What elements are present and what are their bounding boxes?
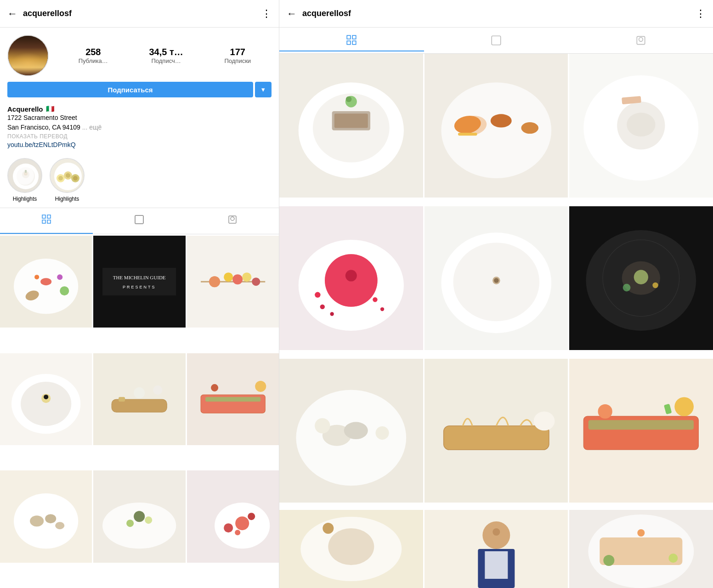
svg-point-52 <box>242 272 251 282</box>
right-grid-cell-3[interactable] <box>569 54 713 198</box>
follow-button[interactable]: Подписаться <box>7 82 253 97</box>
svg-point-106 <box>490 114 511 127</box>
bio-section: Acquerello 🇮🇹 1722 Sacramento Street San… <box>0 101 279 153</box>
grid-cell-4[interactable] <box>0 353 92 445</box>
grid-cell-2[interactable]: THE MICHELIN GUIDE PRESENTS <box>93 236 185 328</box>
right-grid-cell-7[interactable] <box>279 359 423 503</box>
right-back-button[interactable]: ← <box>287 8 297 20</box>
svg-point-139 <box>344 422 368 440</box>
svg-point-38 <box>60 286 69 295</box>
svg-rect-92 <box>492 36 501 45</box>
left-photo-grid: THE MICHELIN GUIDE PRESENTS <box>0 234 279 588</box>
right-partial-cell-3[interactable] <box>569 510 713 588</box>
right-tab-bar <box>279 28 713 54</box>
svg-point-101 <box>346 96 352 102</box>
reels-svg <box>134 214 145 225</box>
svg-point-167 <box>638 529 645 537</box>
followers-stat[interactable]: 34,5 т… Подписч… <box>149 47 183 64</box>
highlight-item-1[interactable]: Highlights <box>7 158 42 202</box>
follow-row: Подписаться ▾ <box>7 82 272 97</box>
following-stat[interactable]: 177 Подписки <box>224 47 251 64</box>
svg-point-53 <box>252 277 260 286</box>
grid-cell-7[interactable] <box>0 470 92 562</box>
svg-point-49 <box>209 276 220 287</box>
right-grid-cell-5[interactable] <box>424 206 568 350</box>
svg-rect-7 <box>38 45 41 58</box>
svg-point-75 <box>45 514 56 523</box>
svg-rect-28 <box>42 220 45 223</box>
right-grid-icon <box>345 34 357 46</box>
svg-point-79 <box>134 511 145 522</box>
tab-reels[interactable] <box>93 208 186 234</box>
bio-link[interactable]: youtu.be/tzENLtDPmkQ <box>7 141 76 148</box>
grid-cell-8[interactable] <box>93 470 185 562</box>
grid-cell-3[interactable] <box>187 236 279 328</box>
posts-stat[interactable]: 258 Публика… <box>79 47 108 64</box>
grid-cell-9[interactable] <box>187 470 279 562</box>
bio-more-link[interactable]: ... ещё <box>82 124 102 131</box>
grid-cell-6[interactable] <box>187 353 279 445</box>
bio-translate-button[interactable]: ПОКАЗАТЬ ПЕРЕВОД <box>7 133 272 140</box>
tab-tagged[interactable] <box>186 208 279 234</box>
grid-cell-1[interactable] <box>0 236 92 328</box>
more-options-button[interactable]: ⋮ <box>261 8 272 20</box>
tagged-svg <box>227 214 238 225</box>
right-grid-cell-6[interactable] <box>569 206 713 350</box>
highlight-circle-2 <box>50 158 85 193</box>
posts-count: 258 <box>85 47 101 57</box>
right-partial-food-1 <box>279 510 423 588</box>
bio-flag: 🇮🇹 <box>46 105 55 113</box>
grid-icon <box>41 214 52 227</box>
right-panel: ← acquerellosf ⋮ <box>279 0 713 588</box>
svg-point-63 <box>134 387 145 398</box>
right-grid-cell-1[interactable] <box>279 54 423 198</box>
avatar[interactable] <box>7 35 49 76</box>
highlight-label-2: Highlights <box>55 196 79 202</box>
svg-rect-11 <box>23 51 34 57</box>
right-grid-cell-9[interactable] <box>569 359 713 503</box>
follow-dropdown-button[interactable]: ▾ <box>255 82 272 97</box>
right-tab-tagged[interactable] <box>568 29 713 51</box>
right-grid-cell-8[interactable] <box>424 359 568 503</box>
back-button[interactable]: ← <box>7 8 17 20</box>
food-art-6 <box>187 353 279 445</box>
tab-grid[interactable] <box>0 208 93 234</box>
reels-icon <box>134 214 145 228</box>
svg-point-23 <box>58 176 63 181</box>
svg-rect-29 <box>47 220 51 223</box>
avatar-illustration <box>8 35 48 76</box>
svg-point-8 <box>12 41 21 48</box>
bio-address-line1: 1722 Sacramento Street <box>7 113 272 123</box>
svg-point-80 <box>126 520 134 527</box>
svg-point-25 <box>73 176 78 181</box>
svg-point-128 <box>494 278 498 283</box>
svg-point-81 <box>145 516 153 524</box>
right-grid-cell-2[interactable] <box>424 54 568 198</box>
svg-point-118 <box>345 270 357 282</box>
svg-point-50 <box>224 272 233 282</box>
svg-rect-108 <box>458 133 477 136</box>
svg-rect-0 <box>8 36 48 75</box>
highlight-item-2[interactable]: Highlights <box>50 158 85 202</box>
svg-rect-99 <box>334 113 368 128</box>
right-more-options-button[interactable]: ⋮ <box>696 8 706 20</box>
right-grid-cell-4[interactable] <box>279 206 423 350</box>
svg-point-35 <box>14 259 78 314</box>
following-label: Подписки <box>224 57 251 64</box>
right-tab-grid[interactable] <box>279 29 424 51</box>
tagged-icon <box>227 214 238 228</box>
right-partial-cell-2[interactable] <box>424 510 568 588</box>
svg-point-134 <box>623 284 631 292</box>
right-food-8 <box>424 359 568 503</box>
svg-point-41 <box>34 275 39 279</box>
svg-text:THE MICHELIN GUIDE: THE MICHELIN GUIDE <box>113 275 166 280</box>
svg-rect-17 <box>25 170 27 173</box>
right-tab-reels[interactable] <box>424 29 569 51</box>
grid-cell-5[interactable] <box>93 353 185 445</box>
svg-point-87 <box>248 513 255 520</box>
right-food-3 <box>569 54 713 198</box>
profile-top: 258 Публика… 34,5 т… Подписч… 177 Подпис… <box>7 35 272 76</box>
svg-point-16 <box>24 172 28 175</box>
right-partial-cell-1[interactable] <box>279 510 423 588</box>
food-art-michelin: THE MICHELIN GUIDE PRESENTS <box>93 236 185 328</box>
